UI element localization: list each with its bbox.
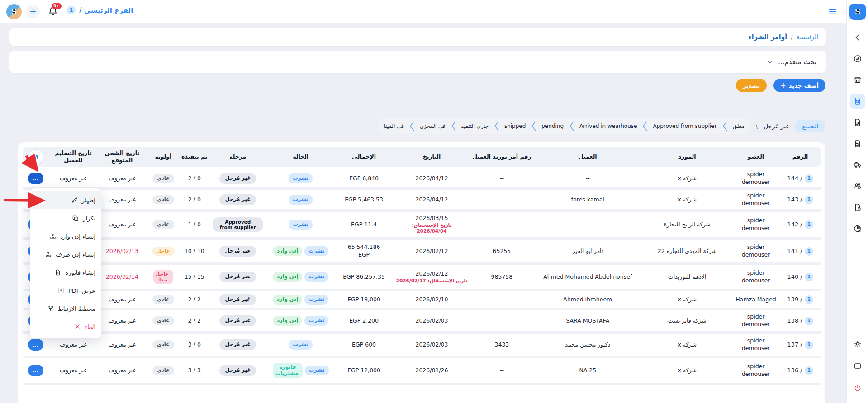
export-button[interactable]: تصدير (736, 79, 767, 92)
chevron-left-icon (531, 120, 536, 132)
status-pill: نشرت (289, 220, 313, 230)
date-cell: 2026/04/12 (394, 173, 470, 184)
table-row[interactable]: 1 / 138 spider demouser شركة فاير نست SA… (23, 310, 821, 334)
client-cell: SARA MOSTAFA (533, 316, 642, 326)
sidebar-item-gear-icon[interactable] (850, 336, 865, 351)
column-header-client: العميل (533, 151, 642, 162)
row-number: / 143 (787, 196, 802, 204)
sidebar-item-users-icon[interactable] (850, 178, 865, 194)
stage-filter-chip[interactable]: معلق (733, 123, 745, 129)
column-header-done: تم تنفيذه (180, 151, 209, 162)
sidebar-item-compass-icon[interactable] (850, 51, 865, 66)
sidebar-item-kiosk-icon[interactable] (850, 72, 865, 88)
context-menu-item-x[interactable]: الغاء (30, 318, 101, 336)
table-row[interactable]: 1 / 140 spider demouser الادهم للتوريدات… (23, 265, 821, 291)
add-new-label: أضف جديد (789, 82, 819, 89)
actions-cell: ... (23, 337, 49, 352)
table-row[interactable]: 1 / 142 spider demouser شركة الرابح للتج… (23, 212, 821, 240)
sidebar-item-truck-icon[interactable] (850, 157, 865, 173)
context-menu-item-invoice[interactable]: إنشاء فاتورة (30, 263, 101, 281)
sidebar-item-doc-sync-icon[interactable] (850, 136, 865, 151)
row-count-badge: 1 (805, 295, 813, 304)
user-avatar[interactable] (6, 4, 22, 19)
context-menu-item-flow[interactable]: مخطط الارتباط (30, 300, 101, 318)
total-cell: EGP 600 (335, 340, 394, 350)
client-cell: Ahmed ibraheem (533, 295, 642, 305)
status-cell: نشرتفاتورة مشتريات (267, 361, 335, 380)
client-cell: -- (533, 220, 642, 230)
menu-toggle-icon[interactable] (827, 7, 838, 17)
stage-filter-chip[interactable]: Approved from supplier (653, 123, 716, 129)
table-row[interactable]: 1 / 139 Hamza Maged شركة x Ahmed ibrahee… (23, 291, 821, 310)
priority-pill: عادى (152, 174, 174, 183)
due-date: تاريخ الإستحقاق: (412, 222, 452, 229)
context-menu-item-copy[interactable]: تكرار (30, 209, 101, 227)
status-cell: نشرتإذن وارد (267, 245, 335, 258)
column-settings-button[interactable] (28, 149, 43, 164)
total-cell: EGP 12,000 (335, 366, 394, 376)
filter-all[interactable]: الجميع (795, 120, 825, 132)
stage-filter-chip[interactable]: فى المخزن (420, 123, 446, 129)
filter-unposted[interactable]: غير مُرحل (764, 122, 789, 130)
branch-selector[interactable]: الفرع الرئيسي / 1 (67, 6, 133, 14)
context-menu-item-inbox-down[interactable]: إنشاء إذن وارد (30, 227, 101, 245)
quick-add-button[interactable]: + (26, 5, 40, 19)
context-menu-item-inbox-up[interactable]: إنشاء إذن صرف (30, 245, 101, 263)
table-row[interactable]: 1 / 137 spider demouser شركة x دكتور محس… (23, 334, 821, 358)
stage-cell: Approved from supplier (209, 216, 267, 233)
executed-cell: 0 / 2 (180, 195, 209, 205)
sidebar-item-power-icon[interactable] (850, 380, 865, 396)
priority-cell: عاجل (147, 245, 180, 258)
table-row[interactable]: 1 / 136 spider demouser شركة x NA 25 -- … (23, 358, 821, 385)
stage-filter-chip[interactable]: shipped (504, 123, 526, 129)
add-new-button[interactable]: أضف جديد + (773, 79, 825, 92)
priority-cell: عادى (147, 365, 180, 377)
sidebar-item-doc-search-icon[interactable] (850, 94, 865, 109)
sidebar-item-doc-info-icon[interactable] (850, 115, 865, 130)
supplier-cell: شركة المهدى للتجارة 22 (642, 246, 732, 257)
breadcrumb-home[interactable]: الرئيسية (797, 33, 818, 41)
row-actions-button[interactable]: ... (28, 365, 43, 376)
table-row[interactable]: 1 / 141 spider demouser شركة المهدى للتج… (23, 240, 821, 265)
sidebar-item-window-icon[interactable] (850, 358, 865, 374)
status-pill: نشرت (289, 173, 313, 183)
stage-filter-chip[interactable]: جارى التنفيذ (461, 123, 489, 129)
total-amount: EGP 18,000 (347, 296, 380, 304)
row-actions-button[interactable]: ... (28, 339, 43, 351)
menu-item-label: إنشاء إذن صرف (56, 251, 95, 258)
app-logo[interactable] (849, 4, 866, 20)
stage-filter-chip[interactable]: Arrived in wearhouse (579, 123, 637, 129)
advanced-search-toggle[interactable]: بحث متقدم... (9, 51, 826, 73)
table-row[interactable]: 1 / 144 spider demouser شركة x -- -- 202… (23, 169, 821, 190)
sidebar-item-chevron-left-icon[interactable] (850, 30, 865, 45)
stage-filter-chip[interactable]: pending (541, 123, 564, 129)
sidebar-item-doc-box-icon[interactable] (850, 200, 865, 215)
row-actions-button[interactable]: ... (28, 173, 43, 184)
total-cell: EGP 11.4 (335, 220, 394, 230)
member-cell: spider demouser (732, 242, 779, 260)
context-menu-item-pencil[interactable]: إظهار (30, 191, 101, 209)
sidebar-item-pie-icon[interactable] (850, 221, 865, 236)
stage-filter-chip[interactable]: فى المينا (384, 123, 404, 129)
row-context-menu: إظهار تكرار إنشاء إذن وارد إنشاء إذن صرف… (30, 188, 101, 338)
breadcrumb-separator: / (791, 33, 793, 41)
client-po-cell: -- (470, 295, 533, 305)
status-pill: نشرت (304, 295, 328, 305)
date-cell: 2026/02/12 (394, 246, 470, 257)
orders-table: الرقمالعضوالموردالعميلرقم أمر توريد العم… (18, 142, 825, 403)
client-po-cell: 3433 (470, 340, 533, 350)
executed-cell: 2 / 2 (180, 295, 209, 305)
executed-cell: 3 / 3 (180, 366, 209, 376)
menu-item-label: الغاء (85, 323, 95, 330)
table-row[interactable]: 1 / 143 spider demouser شركة x fares kam… (23, 190, 821, 212)
total-cell: EGP 86,257.35 (335, 272, 394, 282)
notifications-button[interactable]: +9 (46, 5, 59, 18)
breadcrumb-current: أوامر الشراء (749, 33, 787, 41)
executed-cell: 0 / 1 (180, 220, 209, 230)
context-menu-item-pdf[interactable]: عرض PDF (30, 281, 101, 300)
date-cell: 2026/02/03 (394, 316, 470, 326)
supplier-cell: شركة x (642, 340, 732, 350)
branch-count-badge: 1 (67, 6, 76, 14)
column-header-ship: تاريخ الشحن المتوقع (98, 148, 147, 166)
row-number-cell: 1 / 142 (779, 219, 821, 230)
